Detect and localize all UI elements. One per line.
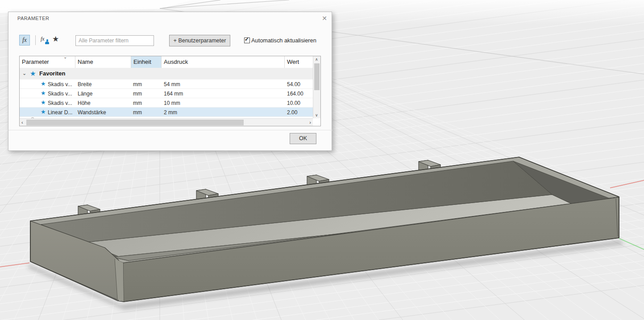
- parameter-table: ⌄ Parameter Name Einheit Ausdruck Wert ⌄…: [19, 56, 321, 126]
- cell-name: Breite: [78, 81, 91, 87]
- expander-chevron-icon[interactable]: ⌄: [22, 71, 26, 76]
- cell-ausdruck[interactable]: 54 mm: [164, 81, 180, 87]
- cell-wert: 10.00: [287, 100, 300, 106]
- filter-user-parameters-button[interactable]: fx: [40, 35, 51, 46]
- filter-all-parameters-button[interactable]: fx: [19, 35, 30, 46]
- scroll-right-icon[interactable]: ›: [309, 120, 311, 125]
- table-row[interactable]: ★ Skadis v... Höhe mm 10 mm 10.00: [20, 98, 313, 108]
- cell-wert: 54.00: [287, 81, 300, 87]
- favorite-star-icon[interactable]: ★: [41, 90, 46, 96]
- column-header-ausdruck[interactable]: Ausdruck: [162, 56, 285, 68]
- close-icon[interactable]: ✕: [322, 15, 327, 22]
- vertical-scrollbar-thumb[interactable]: [314, 63, 320, 90]
- app-window: PARAMETER ✕ fx fx ★ + Benutzerparameter …: [0, 0, 644, 320]
- cell-ausdruck[interactable]: 10 mm: [164, 100, 180, 106]
- favorite-star-icon[interactable]: ★: [41, 108, 46, 115]
- column-header-name[interactable]: Name: [75, 56, 131, 68]
- table-row-selected[interactable]: ★ Linear D... Wandstärke mm 2 mm 2.00: [20, 108, 313, 117]
- ok-button[interactable]: OK: [290, 133, 316, 144]
- favorites-group-row[interactable]: ⌄ ★ Favoriten: [20, 68, 313, 79]
- filter-favorites-star-icon[interactable]: ★: [52, 34, 59, 44]
- cell-wert: 2.00: [287, 109, 297, 116]
- add-user-parameter-button[interactable]: + Benutzerparameter: [169, 35, 230, 46]
- auto-update-checkbox[interactable]: ✓: [244, 37, 250, 43]
- dialog-title: PARAMETER: [17, 16, 49, 21]
- horizontal-scrollbar[interactable]: ‹ ›: [20, 118, 313, 126]
- cell-einheit: mm: [133, 81, 142, 87]
- cell-einheit: mm: [133, 109, 142, 116]
- column-header-wert[interactable]: Wert: [285, 56, 313, 68]
- cell-name: Länge: [78, 91, 92, 97]
- checkmark-icon: ✓: [245, 36, 249, 42]
- parameter-dialog: PARAMETER ✕ fx fx ★ + Benutzerparameter …: [8, 12, 332, 151]
- cell-parameter: Linear D...: [48, 109, 72, 116]
- column-header-parameter[interactable]: Parameter: [20, 56, 75, 68]
- footer-divider: [8, 130, 332, 130]
- auto-update-label: Automatisch aktualisieren: [251, 37, 316, 44]
- table-row[interactable]: ★ Skadis v... Breite mm 54 mm 54.00: [20, 79, 313, 89]
- parameter-filter-input[interactable]: [75, 35, 154, 46]
- cell-name: Höhe: [78, 100, 91, 106]
- toolbar-divider: [35, 35, 36, 45]
- cell-parameter: Skadis v...: [48, 81, 72, 87]
- group-label: Favoriten: [39, 70, 66, 77]
- favorite-star-icon[interactable]: ★: [41, 99, 46, 106]
- favorite-star-icon[interactable]: ★: [41, 80, 46, 87]
- horizontal-scrollbar-thumb[interactable]: [26, 120, 244, 125]
- cell-einheit: mm: [133, 100, 142, 106]
- cell-einheit: mm: [133, 91, 142, 97]
- cell-ausdruck[interactable]: 164 mm: [164, 91, 183, 97]
- fx-user-icon: fx: [41, 35, 45, 43]
- table-row[interactable]: ★ Skadis v... Länge mm 164 mm 164.00: [20, 89, 313, 98]
- user-person-icon: [45, 39, 49, 45]
- table-header-row: ⌄ Parameter Name Einheit Ausdruck Wert: [20, 56, 313, 68]
- cell-wert: 164.00: [287, 91, 303, 97]
- scroll-up-icon[interactable]: ∧: [315, 57, 318, 62]
- cell-name: Wandstärke: [78, 109, 106, 116]
- cell-parameter: Skadis v...: [48, 91, 72, 97]
- column-header-einheit[interactable]: Einheit: [131, 56, 162, 68]
- cell-parameter: Skadis v...: [48, 100, 72, 106]
- favorites-star-icon: ★: [30, 70, 36, 78]
- scroll-down-icon[interactable]: ∨: [315, 113, 318, 117]
- vertical-scrollbar[interactable]: ∧ ∨: [313, 56, 320, 118]
- cell-ausdruck[interactable]: 2 mm: [164, 109, 177, 116]
- scroll-left-icon[interactable]: ‹: [21, 120, 23, 125]
- fx-icon: fx: [20, 35, 29, 45]
